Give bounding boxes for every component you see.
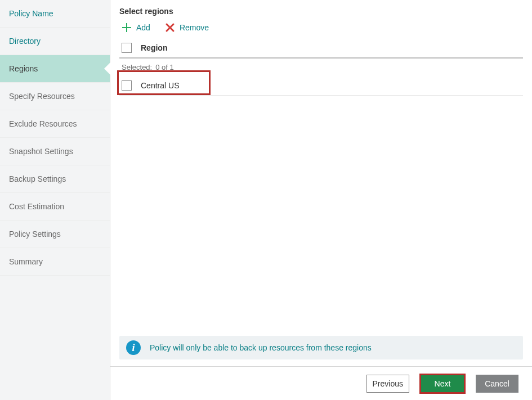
add-button[interactable]: Add [122,23,150,33]
previous-button-label: Previous [373,379,403,388]
sidebar-item-label: Snapshot Settings [9,147,73,156]
selection-summary-value: 0 of 1 [155,63,174,71]
select-all-checkbox[interactable] [122,43,132,53]
sidebar-item-label: Backup Settings [9,174,66,183]
selection-summary: Selected: 0 of 1 [119,59,523,76]
wizard-main: Select regions Add Remove [110,0,532,400]
policy-wizard: Policy Name Directory Regions Specify Re… [0,0,532,400]
wizard-footer: Previous Next Cancel [110,366,532,400]
cancel-button[interactable]: Cancel [476,375,518,393]
region-toolbar: Add Remove [119,23,523,38]
sidebar-item-specify-resources: Specify Resources [0,83,110,110]
sidebar-item-label: Policy Settings [9,230,61,239]
sidebar-item-policy-settings: Policy Settings [0,221,110,248]
sidebar-item-label: Policy Name [9,9,53,18]
sidebar-item-cost-estimation: Cost Estimation [0,193,110,221]
x-icon [165,23,175,33]
sidebar-item-directory[interactable]: Directory [0,28,110,55]
remove-button[interactable]: Remove [165,23,209,33]
sidebar-item-label: Exclude Resources [9,119,77,128]
sidebar-item-summary: Summary [0,248,110,276]
next-button[interactable]: Next [419,374,466,394]
sidebar-item-label: Summary [9,257,43,266]
region-row-checkbox[interactable] [122,80,132,91]
page-title: Select regions [119,7,523,16]
wizard-content: Select regions Add Remove [110,0,532,366]
sidebar-item-exclude-resources: Exclude Resources [0,110,110,138]
sidebar-item-policy-name[interactable]: Policy Name [0,0,110,28]
remove-button-label: Remove [180,23,209,32]
region-table-header: Region [119,38,523,59]
add-button-label: Add [136,23,150,32]
next-button-label: Next [435,379,451,388]
region-row[interactable]: Central US [119,76,523,96]
sidebar-item-label: Specify Resources [9,92,75,101]
selection-summary-prefix: Selected: [122,63,152,71]
plus-icon [122,23,132,33]
region-column-header: Region [141,43,167,52]
info-icon: i [126,340,141,355]
wizard-sidebar: Policy Name Directory Regions Specify Re… [0,0,110,400]
sidebar-item-backup-settings: Backup Settings [0,165,110,193]
sidebar-item-label: Directory [9,37,41,46]
info-text: Policy will only be able to back up reso… [150,343,372,352]
sidebar-item-snapshot-settings: Snapshot Settings [0,138,110,165]
previous-button[interactable]: Previous [366,375,409,393]
sidebar-item-regions[interactable]: Regions [0,55,110,83]
info-panel: i Policy will only be able to back up re… [119,336,523,359]
region-row-name: Central US [141,81,179,90]
sidebar-item-label: Regions [9,64,38,73]
sidebar-item-label: Cost Estimation [9,202,64,211]
cancel-button-label: Cancel [485,379,509,388]
